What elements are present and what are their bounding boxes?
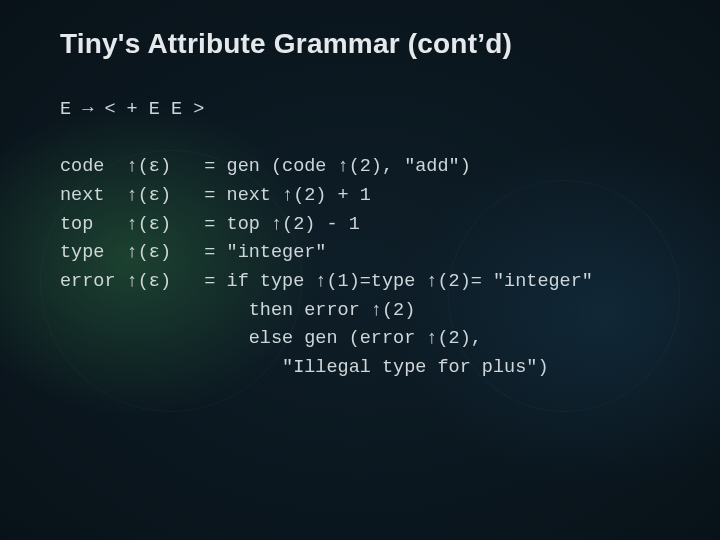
slide: Tiny's Attribute Grammar (cont’d) E → < … [0,0,720,540]
slide-title: Tiny's Attribute Grammar (cont’d) [60,28,676,60]
grammar-content: E → < + E E > code ↑(ε) = gen (code ↑(2)… [60,96,676,383]
